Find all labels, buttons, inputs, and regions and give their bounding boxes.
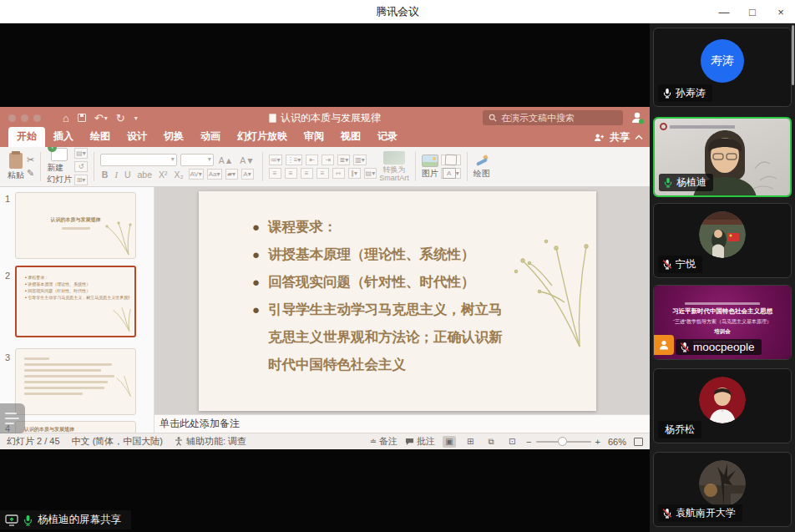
close-button[interactable]: ×	[767, 0, 795, 23]
person-plus-icon	[594, 133, 605, 142]
convert-to-smartart-button[interactable]: 转换为 SmartArt	[379, 151, 409, 183]
draw-button[interactable]: 绘图	[473, 154, 490, 180]
character-spacing-button[interactable]: AV▾	[189, 169, 204, 180]
meeting-toolbar-handle[interactable]	[0, 403, 25, 433]
participant-tile[interactable]: 习近平新时代中国特色社会主义思想 “三进”教学指导方案（马克思主义基本原理） 培…	[653, 285, 792, 360]
justify-button[interactable]: ≡	[316, 168, 329, 179]
slide-thumbnail-2-selected[interactable]: 课程要求： 讲授基本原理（理论性、系统性） 回答现实问题（针对性、时代性） 引导…	[15, 266, 136, 337]
comments-toggle-button[interactable]: 批注	[405, 435, 435, 448]
tab-transitions[interactable]: 切换	[155, 127, 192, 147]
format-painter-button[interactable]: ✎	[27, 168, 34, 179]
layout-button[interactable]: ▤▾	[74, 148, 88, 159]
zoom-slider[interactable]: − +	[526, 437, 600, 447]
maximize-button[interactable]: □	[738, 0, 767, 23]
strikethrough-button[interactable]: abe	[135, 170, 154, 180]
highlight-color-button[interactable]: ▰▾	[225, 169, 238, 180]
accessibility-status[interactable]: 辅助功能: 调查	[186, 435, 246, 448]
slide-text-body[interactable]: ●课程要求： ●讲授基本原理（理论性、系统性） ●回答现实问题（针对性、时代性）…	[252, 213, 516, 378]
ppt-share-button[interactable]: 共享	[610, 130, 630, 144]
tab-drawing[interactable]: 绘图	[82, 127, 119, 147]
participant-tile-active-speaker[interactable]: 杨植迪	[653, 117, 792, 197]
participant-tile[interactable]: 宁悦	[653, 203, 792, 278]
zoom-slider-knob[interactable]	[558, 437, 567, 446]
font-color-button[interactable]: A▾	[241, 169, 254, 180]
draw-pen-icon	[474, 154, 489, 167]
decrease-font-button[interactable]: A▼	[238, 155, 256, 165]
align-left-button[interactable]: ≡	[269, 168, 281, 179]
align-right-button[interactable]: ≡	[301, 168, 313, 179]
notes-toggle-button[interactable]: ≐备注	[370, 435, 398, 448]
tab-slideshow[interactable]: 幻灯片放映	[229, 127, 296, 147]
tab-view[interactable]: 视图	[332, 127, 369, 147]
screen-share-banner: 杨植迪的屏幕共享	[0, 510, 131, 529]
bold-button[interactable]: B	[100, 170, 110, 180]
ppt-search-input[interactable]: 在演示文稿中搜索	[483, 110, 623, 125]
tab-insert[interactable]: 插入	[45, 127, 82, 147]
undo-icon[interactable]: ↶▾	[94, 112, 108, 124]
slide-thumbnail-3[interactable]	[15, 348, 136, 415]
reset-button[interactable]: ↺	[74, 161, 88, 172]
mac-traffic-lights[interactable]	[8, 114, 41, 122]
font-size-select[interactable]	[180, 154, 214, 166]
participant-tile[interactable]: 袁航南开大学	[653, 452, 792, 527]
align-center-button[interactable]: ≡	[285, 168, 297, 179]
chevron-up-icon[interactable]	[635, 134, 643, 140]
slide-thumbnail-4[interactable]: 认识的本质与发展规律	[15, 421, 136, 433]
redo-icon[interactable]: ↻	[116, 112, 125, 124]
insert-picture-button[interactable]: 图片	[422, 155, 438, 180]
distribute-button[interactable]: ⇿	[332, 168, 345, 179]
slide-thumbnail-panel[interactable]: 1 认识的本质与发展规律 2	[0, 187, 154, 433]
account-avatar[interactable]	[630, 110, 645, 125]
text-box-button[interactable]: A▾	[441, 168, 461, 179]
tab-record[interactable]: 记录	[369, 127, 406, 147]
superscript-button[interactable]: X²	[157, 170, 170, 180]
columns-button[interactable]: ▥▾	[353, 155, 367, 165]
mac-minimize-icon[interactable]	[21, 114, 28, 122]
minimize-button[interactable]: —	[710, 0, 738, 23]
save-icon[interactable]	[78, 114, 86, 122]
tab-animations[interactable]: 动画	[192, 127, 229, 147]
underline-button[interactable]: U	[123, 170, 133, 180]
mac-zoom-icon[interactable]	[33, 114, 41, 122]
tab-home[interactable]: 开始	[8, 127, 45, 147]
slideshow-button[interactable]: ⊡	[505, 436, 519, 448]
subscript-button[interactable]: X₂	[173, 170, 185, 180]
home-icon[interactable]: ⌂	[63, 112, 69, 124]
participant-tile[interactable]: 寿涛 孙寿涛	[653, 28, 792, 107]
text-direction-button[interactable]: ∥▾	[348, 168, 361, 179]
sidebar-scrollbar[interactable]	[792, 25, 794, 85]
participant-tile[interactable]: 杨乔松	[653, 368, 792, 443]
current-slide[interactable]: ●课程要求： ●讲授基本原理（理论性、系统性） ●回答现实问题（针对性、时代性）…	[199, 191, 596, 411]
tab-design[interactable]: 设计	[119, 127, 155, 147]
tab-review[interactable]: 审阅	[296, 127, 332, 147]
mac-close-icon[interactable]	[8, 114, 16, 122]
fit-to-window-icon[interactable]	[634, 438, 643, 446]
new-slide-button[interactable]: 新建幻灯片	[47, 148, 72, 185]
bullets-button[interactable]: ≔▾	[269, 155, 282, 165]
align-text-button[interactable]: ▤▾	[364, 168, 377, 179]
ribbon-toggle-icon[interactable]: ▾	[134, 114, 138, 122]
font-name-select[interactable]	[100, 154, 177, 166]
screen-share-icon	[5, 514, 18, 526]
participants-sidebar[interactable]: 寿涛 孙寿涛	[650, 23, 795, 532]
language-indicator[interactable]: 中文 (简体，中国大陆)	[72, 435, 163, 448]
line-spacing-button[interactable]: ≣▾	[337, 155, 350, 165]
paste-button[interactable]: 粘贴	[8, 153, 24, 181]
slide-canvas[interactable]: ●课程要求： ●讲授基本原理（理论性、系统性） ●回答现实问题（针对性、时代性）…	[154, 187, 650, 414]
search-placeholder: 在演示文稿中搜索	[501, 112, 575, 124]
section-button[interactable]: ⊞▾	[74, 175, 88, 185]
shapes-button[interactable]	[441, 155, 461, 165]
change-case-button[interactable]: Aa▾	[207, 169, 222, 180]
reading-view-button[interactable]: ⧉	[484, 436, 498, 448]
italic-button[interactable]: I	[113, 170, 119, 180]
increase-font-button[interactable]: A▲	[217, 155, 235, 165]
zoom-level[interactable]: 66%	[608, 437, 626, 447]
slide-thumbnail-1[interactable]: 认识的本质与发展规律	[15, 192, 136, 259]
normal-view-button[interactable]: ▣	[443, 436, 456, 448]
notes-pane[interactable]: 单击此处添加备注	[154, 414, 650, 433]
numbering-button[interactable]: ⋮≡▾	[286, 155, 303, 165]
slide-sorter-view-button[interactable]: ⊞	[463, 436, 477, 448]
decrease-indent-button[interactable]: ⇤	[306, 155, 318, 165]
cut-button[interactable]: ✂	[27, 155, 34, 165]
increase-indent-button[interactable]: ⇥	[322, 155, 334, 165]
